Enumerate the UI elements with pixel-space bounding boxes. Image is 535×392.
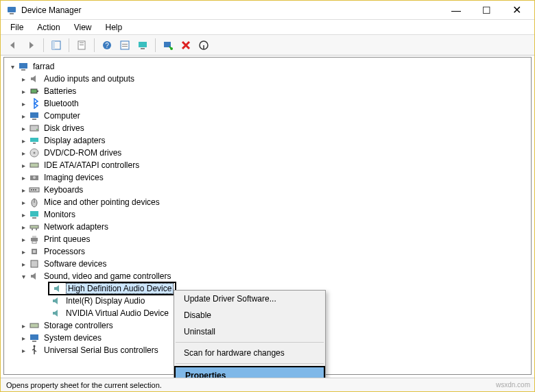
svg-rect-49 xyxy=(30,323,38,328)
network-icon xyxy=(29,221,40,232)
svg-rect-22 xyxy=(32,119,36,120)
toolbar-sep xyxy=(155,38,156,52)
svg-point-15 xyxy=(170,47,173,50)
expand-icon[interactable]: ▸ xyxy=(19,162,27,169)
svg-rect-50 xyxy=(30,334,38,340)
category-node[interactable]: ▸Computer xyxy=(8,110,531,122)
battery-icon xyxy=(29,86,40,97)
expand-icon[interactable]: ▸ xyxy=(19,112,27,120)
system-icon xyxy=(29,332,40,343)
category-node[interactable]: ▸Network adapters xyxy=(8,221,531,233)
category-node[interactable]: ▸IDE ATA/ATAPI controllers xyxy=(8,159,531,171)
category-node-sound[interactable]: ▾Sound, video and game controllers xyxy=(8,270,531,282)
svg-rect-29 xyxy=(30,163,38,167)
expand-icon[interactable]: ▸ xyxy=(19,347,27,354)
expand-icon[interactable]: ▸ xyxy=(19,149,27,157)
category-node[interactable]: ▸Display adapters xyxy=(8,134,531,147)
expand-icon[interactable]: ▸ xyxy=(19,236,27,243)
uninstall-icon[interactable] xyxy=(178,37,194,53)
dvd-icon xyxy=(29,147,40,158)
monitor-icon[interactable] xyxy=(134,37,151,53)
properties-icon[interactable] xyxy=(73,37,90,53)
category-node[interactable]: ▸Software devices xyxy=(8,258,531,270)
root-node[interactable]: ▾ farrad xyxy=(8,60,531,73)
expand-icon[interactable]: ▸ xyxy=(19,75,27,83)
maximize-button[interactable]: ☐ xyxy=(471,1,501,20)
expand-icon[interactable]: ▸ xyxy=(19,248,27,256)
ctx-uninstall[interactable]: Uninstall xyxy=(174,323,325,340)
svg-rect-33 xyxy=(31,189,32,191)
toolbar-sep xyxy=(69,38,69,52)
window-title: Device Manager xyxy=(21,5,441,15)
disk-icon xyxy=(29,123,40,134)
expand-icon[interactable]: ▸ xyxy=(19,211,27,219)
svg-rect-18 xyxy=(21,69,25,71)
titlebar: Device Manager — ☐ ✕ xyxy=(1,1,534,20)
category-node[interactable]: ▸Imaging devices xyxy=(8,171,531,184)
monitor-icon xyxy=(29,209,40,220)
expand-icon[interactable]: ▸ xyxy=(19,100,27,108)
category-node[interactable]: ▸Batteries xyxy=(8,85,531,97)
ctx-scan[interactable]: Scan for hardware changes xyxy=(174,345,325,361)
ctx-update-driver[interactable]: Update Driver Software... xyxy=(174,291,325,307)
category-node[interactable]: ▸Mice and other pointing devices xyxy=(8,196,531,208)
category-node[interactable]: ▸Disk drives xyxy=(8,122,531,134)
scan-hardware-icon[interactable] xyxy=(160,37,176,53)
expand-icon[interactable]: ▸ xyxy=(19,322,27,330)
expand-icon[interactable]: ▸ xyxy=(19,186,27,194)
svg-rect-35 xyxy=(35,189,36,191)
minimize-button[interactable]: — xyxy=(441,1,471,20)
audio-device-icon xyxy=(51,295,62,306)
forward-button[interactable] xyxy=(23,37,39,53)
ctx-disable[interactable]: Disable xyxy=(174,307,325,323)
expand-icon[interactable]: ▸ xyxy=(19,88,27,95)
collapse-icon[interactable]: ▾ xyxy=(8,63,16,71)
back-button[interactable] xyxy=(5,37,21,53)
svg-rect-13 xyxy=(141,48,145,49)
imaging-icon xyxy=(29,172,40,183)
app-icon xyxy=(6,5,17,16)
expand-icon[interactable]: ▸ xyxy=(19,174,27,182)
close-button[interactable]: ✕ xyxy=(501,1,532,20)
svg-rect-26 xyxy=(33,143,36,144)
menu-help[interactable]: Help xyxy=(100,21,128,34)
menu-file[interactable]: File xyxy=(5,21,29,34)
computer-icon xyxy=(29,110,40,121)
help-icon[interactable]: ? xyxy=(99,37,115,53)
category-node[interactable]: ▸Monitors xyxy=(8,208,531,221)
category-node[interactable]: ▸Audio inputs and outputs xyxy=(8,73,531,85)
expand-icon[interactable]: ▸ xyxy=(19,334,27,342)
root-label: farrad xyxy=(32,62,56,71)
expand-icon[interactable]: ▸ xyxy=(19,260,27,268)
menu-action[interactable]: Action xyxy=(32,21,65,34)
category-node[interactable]: ▸DVD/CD-ROM drives xyxy=(8,147,531,159)
collapse-icon[interactable]: ▾ xyxy=(19,273,27,280)
status-text: Opens property sheet for the current sel… xyxy=(6,381,162,389)
category-node[interactable]: ▸Print queues xyxy=(8,233,531,245)
svg-rect-19 xyxy=(31,89,37,93)
printer-icon xyxy=(29,234,40,245)
expand-icon[interactable]: ▸ xyxy=(19,223,27,231)
expand-icon[interactable]: ▸ xyxy=(19,199,27,206)
expand-icon[interactable]: ▸ xyxy=(19,125,27,132)
svg-rect-12 xyxy=(139,42,147,47)
svg-rect-48 xyxy=(31,260,38,267)
svg-rect-38 xyxy=(30,211,38,217)
category-node[interactable]: ▸Keyboards xyxy=(8,184,531,196)
svg-rect-3 xyxy=(52,41,55,49)
svg-rect-10 xyxy=(122,44,128,45)
ide-icon xyxy=(29,160,40,171)
menu-view[interactable]: View xyxy=(69,21,97,34)
bluetooth-icon xyxy=(29,98,40,109)
expand-icon[interactable]: ▸ xyxy=(19,137,27,145)
view-icon[interactable] xyxy=(117,37,133,53)
show-hide-tree-button[interactable] xyxy=(48,37,64,53)
svg-rect-20 xyxy=(37,90,38,92)
category-node[interactable]: ▸Processors xyxy=(8,245,531,258)
mouse-icon xyxy=(29,197,40,208)
enable-icon[interactable] xyxy=(195,37,212,53)
category-node[interactable]: ▸Bluetooth xyxy=(8,97,531,110)
display-adapter-icon xyxy=(29,135,40,146)
svg-rect-21 xyxy=(30,112,38,118)
svg-rect-47 xyxy=(33,250,36,253)
